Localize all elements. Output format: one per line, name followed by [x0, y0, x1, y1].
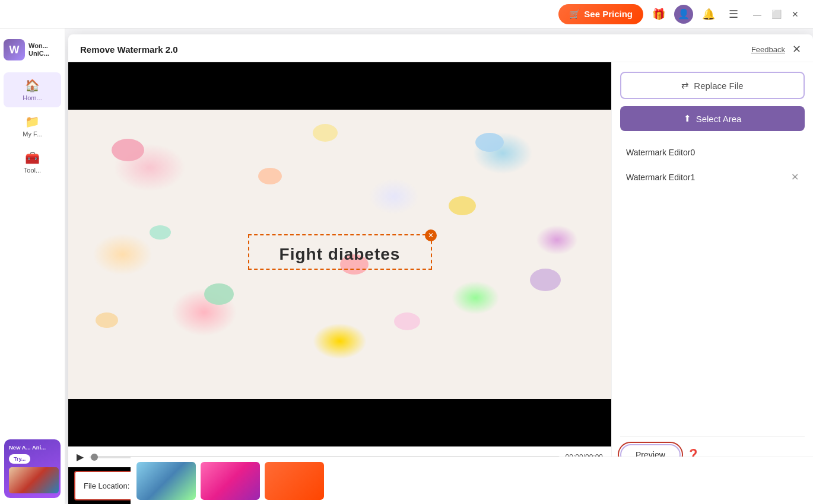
candy-shape — [204, 283, 234, 305]
promo-try-button[interactable]: Try... — [9, 454, 30, 464]
dialog-body: Fight diabetes ✕ ▶ 00:00/00:09 — [68, 62, 813, 504]
dialog-title: Remove Watermark 2.0 — [80, 44, 178, 55]
home-icon: 🏠 — [25, 78, 40, 92]
sidebar-item-label-home: Hom... — [23, 94, 42, 101]
app-logo-text: Won... UniC... — [28, 42, 49, 58]
feedback-link[interactable]: Feedback — [751, 45, 785, 54]
minimize-button[interactable]: — — [749, 6, 766, 23]
selection-close-button[interactable]: ✕ — [425, 229, 437, 241]
sidebar: W Won... UniC... 🏠 Hom... 📁 My F... 🧰 To… — [0, 28, 65, 504]
watermark-list: Watermark Editor0 Watermark Editor1 ✕ — [620, 141, 805, 436]
see-pricing-button[interactable]: 🛒 See Pricing — [558, 4, 643, 24]
watermark-item-0[interactable]: Watermark Editor0 — [620, 141, 805, 164]
sidebar-item-label-files: My F... — [23, 130, 42, 138]
select-icon: ⬆ — [684, 113, 691, 124]
main-area: Remove Watermark 2.0 Feedback ✕ — [65, 28, 813, 504]
select-area-button[interactable]: ⬆ Select Area — [620, 106, 805, 131]
user-avatar[interactable]: 👤 — [674, 5, 693, 24]
sidebar-item-home[interactable]: 🏠 Hom... — [4, 72, 61, 107]
promo-thumbnail — [9, 467, 59, 493]
thumbnail-1[interactable] — [136, 462, 196, 500]
app-logo-icon: W — [4, 39, 25, 60]
sidebar-logo: W Won... UniC... — [0, 34, 65, 65]
sidebar-nav: 🏠 Hom... 📁 My F... 🧰 Tool... — [0, 71, 65, 181]
video-area: Fight diabetes ✕ — [68, 62, 611, 446]
candy-shape — [258, 168, 282, 184]
replace-icon: ⇄ — [681, 80, 689, 91]
sidebar-item-tools[interactable]: 🧰 Tool... — [4, 145, 61, 180]
dialog-close-button[interactable]: ✕ — [792, 43, 801, 56]
window-close-button[interactable]: ✕ — [787, 6, 804, 23]
thumbnail-2[interactable] — [201, 462, 260, 500]
video-black-bottom — [68, 399, 611, 446]
video-black-top — [68, 62, 611, 110]
dialog-header-right: Feedback ✕ — [751, 43, 801, 56]
hamburger-icon: ☰ — [729, 8, 738, 21]
watermark-selection-box[interactable]: ✕ — [248, 234, 432, 270]
tools-icon: 🧰 — [25, 151, 40, 165]
video-panel: Fight diabetes ✕ ▶ 00:00/00:09 — [68, 62, 611, 504]
window-controls: — ⬜ ✕ — [749, 6, 804, 23]
notification-button[interactable]: 🔔 — [699, 5, 718, 24]
dialog-header: Remove Watermark 2.0 Feedback ✕ — [68, 34, 813, 62]
play-button[interactable]: ▶ — [77, 451, 84, 462]
gift-icon: 🎁 — [652, 8, 665, 21]
candy-shape — [449, 196, 476, 215]
folder-icon: 📁 — [25, 114, 40, 129]
candy-shape — [530, 269, 561, 291]
file-location-label: File Location: — [84, 481, 129, 490]
remove-watermark-item-button[interactable]: ✕ — [791, 171, 799, 183]
progress-thumb[interactable] — [91, 454, 98, 461]
sidebar-item-files[interactable]: 📁 My F... — [4, 109, 61, 143]
bottom-thumbnails — [131, 457, 813, 504]
promo-title: New A... Ani... — [9, 444, 56, 451]
sidebar-item-label-tools: Tool... — [24, 167, 41, 174]
bell-icon: 🔔 — [702, 8, 715, 21]
promo-panel: New A... Ani... Try... — [4, 439, 61, 498]
replace-file-button[interactable]: ⇄ Replace File — [620, 72, 805, 99]
video-frame: Fight diabetes ✕ — [68, 62, 611, 446]
maximize-button[interactable]: ⬜ — [768, 6, 785, 23]
candy-shape — [475, 133, 504, 152]
gift-button[interactable]: 🎁 — [649, 5, 668, 24]
thumbnail-3[interactable] — [265, 462, 324, 500]
remove-watermark-dialog: Remove Watermark 2.0 Feedback ✕ — [68, 34, 813, 504]
logo-letter: W — [9, 44, 20, 56]
video-content: Fight diabetes ✕ — [68, 110, 611, 399]
top-bar: 🛒 See Pricing 🎁 👤 🔔 ☰ — ⬜ ✕ — [0, 0, 813, 28]
watermark-item-1[interactable]: Watermark Editor1 ✕ — [620, 164, 805, 190]
right-panel: ⇄ Replace File ⬆ Select Area Watermark E… — [611, 62, 813, 504]
cart-icon: 🛒 — [569, 9, 580, 20]
menu-button[interactable]: ☰ — [724, 5, 743, 24]
candy-shape — [313, 124, 338, 142]
candy-shape — [96, 312, 118, 328]
candy-shape — [394, 312, 420, 330]
candy-shape — [112, 139, 144, 161]
user-icon: 👤 — [678, 8, 690, 20]
